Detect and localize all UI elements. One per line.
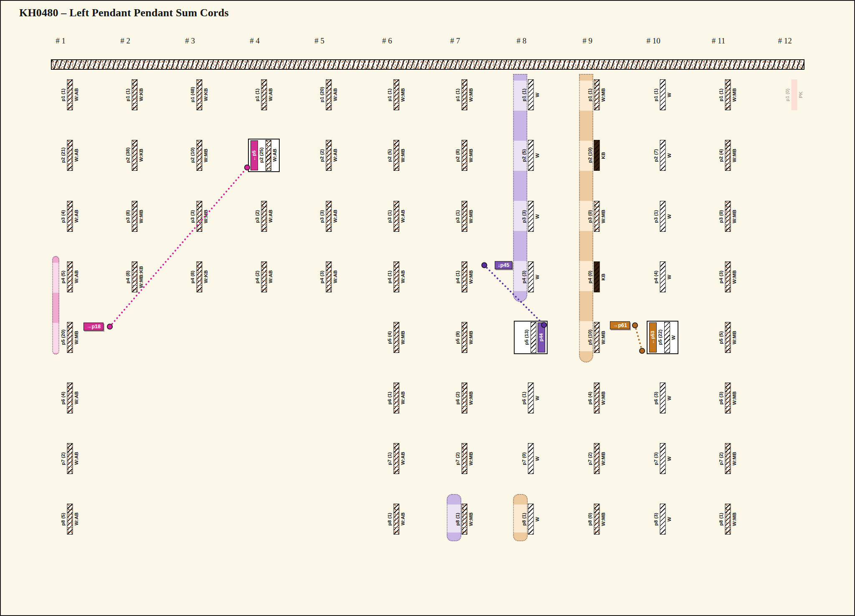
pendant-cell-12-p1: p1 (0)PK bbox=[785, 79, 803, 110]
pendant-cell-7-p1: p1 (1)W:MB bbox=[455, 79, 473, 110]
cord-glyph bbox=[461, 79, 467, 110]
pendant-cell-11-p6: p6 (3)W:MB bbox=[719, 383, 737, 413]
cell-label: p1 (20) bbox=[320, 87, 325, 102]
cell-color-code: W:MB bbox=[468, 391, 473, 405]
cell-color-code: W:AB bbox=[74, 149, 79, 162]
pendant-cell-9-p1: p1 (1)W:MB bbox=[588, 79, 606, 110]
pendant-cell-1-p8: p8 (5)W:AB bbox=[61, 504, 79, 535]
cord-glyph bbox=[725, 443, 731, 474]
cord-glyph bbox=[594, 383, 600, 413]
cell-color-code: W:MB bbox=[203, 149, 208, 162]
pendant-cell-6-p7: p7 (1)W:AB bbox=[387, 443, 405, 474]
pendant-cell-5-p1: p1 (20)W:AB bbox=[320, 79, 338, 110]
cord-glyph bbox=[461, 383, 467, 413]
cell-label: p1 (1) bbox=[654, 89, 659, 101]
pendant-cell-7-p2: p2 (8)W:MB bbox=[455, 140, 473, 171]
cell-label: p2 (10) bbox=[588, 147, 593, 163]
pendant-cell-8-p1: p1 (1)W bbox=[522, 79, 540, 110]
highlight-band-pink-0 bbox=[52, 256, 59, 355]
pendant-cell-9-p7: p7 (2)W:MB bbox=[588, 443, 606, 474]
cord-glyph bbox=[393, 322, 399, 353]
cell-label: p4 (3) bbox=[719, 271, 724, 284]
cell-label: p4 (4) bbox=[654, 271, 659, 284]
cell-label: p4 (3) bbox=[320, 271, 325, 284]
cell-color-code: W:MB bbox=[400, 331, 405, 344]
pendant-cell-1-p5: p5 (20)W:MB bbox=[61, 322, 79, 353]
cell-color-code: W:AB bbox=[400, 391, 405, 404]
cell-color-code: W:MB bbox=[732, 391, 737, 405]
pendant-cell-5-p2: p2 (2)W:AB bbox=[320, 140, 338, 171]
column-header-2: # 2 bbox=[120, 36, 130, 46]
pendant-cell-7-p7: p7 (2)W:MB bbox=[455, 443, 473, 474]
pendant-cell-8-p3: p3 (3)W bbox=[522, 201, 540, 232]
pendant-cell-5-p4: p4 (3)W:AB bbox=[320, 261, 338, 292]
cord-glyph bbox=[461, 140, 467, 171]
cord-glyph bbox=[528, 383, 534, 413]
cell-color-code: W:AB bbox=[268, 210, 273, 223]
pendant-cell-10-p8: p8 (3)W bbox=[654, 504, 672, 535]
cell-color-code: W:KB bbox=[203, 270, 208, 283]
cell-color-code: W:MB bbox=[732, 210, 737, 223]
cell-label: p4 (1) bbox=[455, 271, 460, 284]
pendant-cell-8-p8: p8 (1)W bbox=[522, 504, 540, 535]
cell-label: p5 (10) bbox=[588, 330, 593, 345]
cell-label: p2 (2) bbox=[320, 149, 325, 162]
cord-glyph bbox=[132, 201, 137, 232]
pendant-cell-6-p5: p5 (4)W:MB bbox=[387, 322, 405, 353]
link-bar: p44 bbox=[537, 322, 545, 352]
cell-color-code: W:MB bbox=[468, 88, 473, 101]
cell-color-code: W:AB bbox=[400, 210, 405, 223]
cell-color-code: W:AB bbox=[333, 149, 338, 162]
cord-glyph bbox=[725, 261, 731, 292]
cell-label: p6 (3) bbox=[719, 392, 724, 405]
cord-glyph bbox=[393, 383, 399, 413]
pendant-cell-1-p6: p6 (4)W:AB bbox=[61, 383, 79, 413]
pendant-cell-9-p8: p8 (0)W:MB bbox=[588, 504, 606, 535]
cell-color-code: W:AB bbox=[268, 88, 273, 101]
cell-color-code: W:MB bbox=[601, 452, 606, 465]
cell-color-code: W:MB bbox=[203, 210, 208, 223]
pendant-cell-11-p8: p8 (1)W:MB bbox=[719, 504, 737, 535]
cord-glyph bbox=[594, 261, 600, 292]
cord-glyph bbox=[67, 443, 73, 474]
cell-label: p5 (22) bbox=[658, 330, 663, 345]
cord-glyph bbox=[725, 140, 731, 171]
cord-glyph bbox=[67, 79, 73, 110]
pendant-cell-9-p6: p6 (4)W:MB bbox=[588, 383, 606, 413]
pendant-cell-1-p1: p1 (1)W:AB bbox=[61, 79, 79, 110]
cell-color-code: W:AB bbox=[74, 210, 79, 223]
cell-color-code: W:AB bbox=[400, 512, 405, 525]
cell-label: p6 (4) bbox=[61, 392, 66, 405]
cell-label: p8 (5) bbox=[61, 513, 66, 526]
cell-label: p1 (1) bbox=[522, 89, 527, 101]
link-endpoint-dot bbox=[107, 324, 112, 329]
cord-glyph bbox=[67, 504, 73, 535]
cell-color-code: W:AB bbox=[268, 270, 273, 283]
pendant-cell-10-p1: p1 (1)W bbox=[654, 79, 672, 110]
cell-color-code: W:MB bbox=[601, 331, 606, 344]
cell-color-code: W:MB bbox=[732, 270, 737, 284]
pendant-cell-7-p5: p5 (9)W:MB bbox=[455, 322, 473, 353]
cell-label: p5 (13) bbox=[524, 330, 529, 345]
pendant-cell-3-p1: p1 (48)W:KB bbox=[190, 79, 208, 110]
cell-color-code: W:MB bbox=[468, 452, 473, 465]
cell-color-code: W:KB bbox=[139, 149, 144, 162]
link-bar: ←p53 bbox=[649, 322, 657, 352]
cell-label: p8 (1) bbox=[455, 513, 460, 526]
cord-glyph bbox=[461, 504, 467, 535]
cell-color-code: W:AB bbox=[74, 452, 79, 465]
cell-color-code: W:AB bbox=[74, 391, 79, 404]
cell-label: p6 (4) bbox=[588, 392, 593, 405]
pendant-cell-6-p6: p6 (1)W:AB bbox=[387, 383, 405, 413]
cord-glyph bbox=[326, 261, 331, 292]
cell-label: p2 (25) bbox=[259, 147, 264, 163]
cord-glyph bbox=[660, 443, 665, 474]
cell-label: p5 (9) bbox=[455, 331, 460, 344]
cell-color-code: W:MB bbox=[601, 88, 606, 101]
column-header-8: # 8 bbox=[516, 36, 526, 46]
pendant-cell-11-p2: p2 (4)W:MB bbox=[719, 140, 737, 171]
cord-glyph bbox=[594, 443, 600, 474]
cell-label: p7 (2) bbox=[588, 452, 593, 465]
cell-label: p1 (1) bbox=[255, 89, 260, 101]
cord-glyph bbox=[528, 140, 534, 171]
